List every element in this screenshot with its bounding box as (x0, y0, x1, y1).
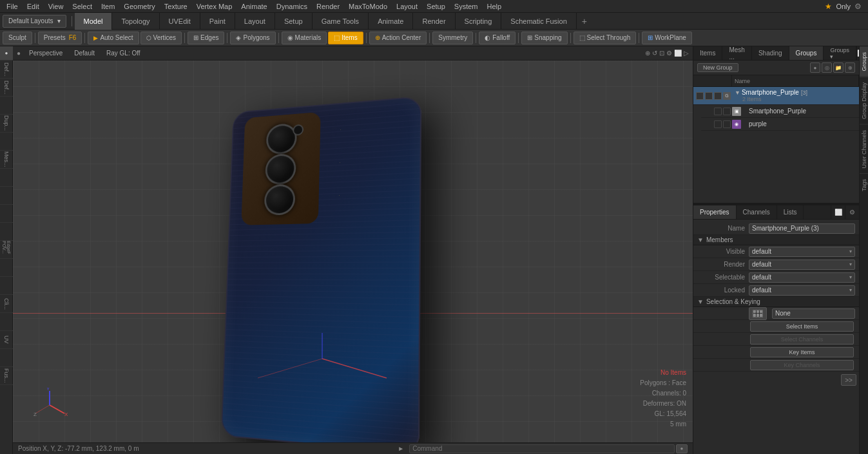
viewport-refresh-icon[interactable]: ↺ (652, 50, 657, 57)
tab-topology[interactable]: Topology (112, 13, 159, 30)
selection-keying-section[interactable]: ▼ Selection & Keying (693, 297, 859, 307)
menu-item-animate[interactable]: Animate (237, 0, 271, 13)
key-channels-button[interactable]: Key Channels (750, 360, 854, 370)
menu-item-select[interactable]: Select (68, 0, 96, 13)
menu-item-vertex-map[interactable]: Vertex Map (193, 0, 236, 13)
symmetry-button[interactable]: Symmetry (432, 32, 473, 44)
add-tab-button[interactable]: + (577, 16, 592, 26)
viewport-style-select[interactable]: Default (71, 49, 98, 57)
tree-icon-btn-3[interactable]: 📁 (833, 62, 844, 73)
tree-icon-btn-1[interactable]: ● (810, 62, 820, 73)
viewport-settings-icon[interactable]: ⚙ (666, 50, 672, 57)
command-input[interactable] (409, 444, 675, 453)
properties-nav-right[interactable]: >> (841, 374, 856, 386)
sidebar-btn-edge[interactable]: EdgeF POV... (0, 241, 13, 259)
tab-animate[interactable]: Animate (369, 13, 413, 30)
right-tab-tags[interactable]: Tags (860, 173, 869, 196)
tree-child-render-icon[interactable] (723, 108, 731, 115)
polygons-button[interactable]: ◈ Polygons (230, 32, 275, 44)
key-items-button[interactable]: Key Items (750, 347, 854, 357)
menu-item-help[interactable]: Help (483, 0, 505, 13)
tab-properties[interactable]: Properties (693, 205, 737, 219)
tab-items[interactable]: Items (693, 46, 722, 60)
tab-setup[interactable]: Setup (275, 13, 313, 30)
prop-selectable-value[interactable]: default ▾ (749, 272, 855, 283)
props-settings-btn[interactable]: ⚙ (845, 205, 859, 219)
gear-icon[interactable]: ⚙ (854, 2, 862, 11)
tab-schematic[interactable]: Schematic Fusion (501, 13, 576, 30)
snapping-button[interactable]: ⊞ Snapping (521, 32, 567, 44)
prop-name-value[interactable]: Smartphone_Purple (3) (749, 223, 855, 234)
prop-visible-value[interactable]: default ▾ (749, 247, 855, 257)
right-tab-user-channels[interactable]: User Channels (860, 124, 869, 174)
action-center-button[interactable]: ⊕ Action Center (369, 32, 427, 44)
menu-item-render[interactable]: Render (313, 0, 343, 13)
members-section[interactable]: ▼ Members (693, 235, 859, 245)
viewport-canvas[interactable]: X Y Z No Items Polygons : Face Channels:… (13, 61, 693, 442)
tab-mesh[interactable]: Mesh ... (722, 46, 751, 60)
menu-item-file[interactable]: File (3, 0, 22, 13)
viewport-expand-icon[interactable]: ⬜ (674, 50, 682, 57)
menu-item-edit[interactable]: Edit (23, 0, 43, 13)
menu-item-geometry[interactable]: Geometry (120, 0, 159, 13)
tree-expand-icon[interactable]: ▼ (735, 90, 740, 96)
tab-uvedit[interactable]: UVEdit (160, 13, 200, 30)
keying-value[interactable]: None (772, 308, 855, 319)
tree-visibility-icon[interactable] (696, 92, 704, 100)
right-tab-groups[interactable]: Groups (860, 46, 869, 77)
viewport-render-select[interactable]: Ray GL: Off (103, 49, 144, 57)
select-items-button[interactable]: Select Items (750, 321, 854, 332)
tree-render-icon[interactable] (705, 92, 713, 100)
tab-layout[interactable]: Layout (235, 13, 275, 30)
tree-child-vis-icon[interactable] (714, 108, 722, 115)
menu-item-system[interactable]: System (450, 0, 482, 13)
viewport-view-select[interactable]: Perspective (26, 49, 66, 57)
materials-button[interactable]: ◉ Materials (282, 32, 327, 44)
sidebar-btn-uv[interactable]: UV (0, 331, 13, 349)
select-through-button[interactable]: ⬚ Select Through (574, 32, 637, 44)
tab-lists[interactable]: Lists (777, 205, 804, 219)
status-bar-run-icon[interactable]: ► (398, 445, 404, 452)
tree-icon-btn-2[interactable]: ◎ (822, 62, 832, 73)
tree-body[interactable]: G ▼ Smartphone_Purple [3] 2 Items ▣ (693, 87, 859, 203)
falloff-button[interactable]: ◐ Falloff (479, 32, 516, 44)
tree-purple-vis-icon[interactable] (714, 120, 722, 128)
tab-groups[interactable]: Groups (789, 46, 824, 60)
edges-button[interactable]: ⊞ Edges (188, 32, 224, 44)
viewport-navigate-icon[interactable]: ⊕ (645, 50, 650, 57)
tree-item-smartphone[interactable]: ▣ Smartphone_Purple (701, 105, 859, 118)
tab-paint[interactable]: Paint (200, 13, 235, 30)
layout-dropdown[interactable]: Default Layouts ▾ (3, 15, 66, 28)
sidebar-btn-def2[interactable]: Def... (0, 79, 13, 97)
tree-item-purple[interactable]: ◉ purple (701, 118, 859, 131)
menu-item-setup[interactable]: Setup (423, 0, 449, 13)
tab-shading[interactable]: Shading (752, 46, 789, 60)
tree-purple-render-icon[interactable] (723, 120, 731, 128)
groups-dropdown[interactable]: Groups ▾ (824, 46, 856, 60)
sidebar-btn-1[interactable]: ● (0, 46, 13, 61)
menu-item-dynamics[interactable]: Dynamics (273, 0, 311, 13)
sidebar-btn-fus[interactable]: Fus... (0, 367, 13, 385)
tab-channels[interactable]: Channels (737, 205, 777, 219)
tab-model[interactable]: Model (75, 13, 113, 30)
sculpt-button[interactable]: Sculpt (3, 32, 32, 44)
command-run-button[interactable]: ● (676, 444, 688, 453)
presets-button[interactable]: Presets F6 (38, 32, 82, 44)
menu-item-view[interactable]: View (44, 0, 68, 13)
tree-icon-btn-4[interactable]: ⊕ (845, 62, 855, 73)
viewport-maximize-icon[interactable]: ▷ (684, 50, 689, 57)
menu-item-texture[interactable]: Texture (160, 0, 191, 13)
new-group-button[interactable]: New Group (697, 63, 738, 72)
tab-game-tools[interactable]: Game Tools (313, 13, 369, 30)
sidebar-btn-def1[interactable]: Def... (0, 61, 13, 79)
props-expand-btn[interactable]: ⬜ (831, 205, 845, 219)
vertices-button[interactable]: ⬡ Vertices (140, 32, 182, 44)
prop-render-value[interactable]: default ▾ (749, 260, 855, 270)
prop-locked-value[interactable]: default ▾ (749, 285, 855, 296)
menu-item-layout[interactable]: Layout (392, 0, 421, 13)
right-tab-group-display[interactable]: Group Display (860, 77, 869, 124)
tree-item-group-root[interactable]: G ▼ Smartphone_Purple [3] 2 Items (693, 87, 859, 105)
sidebar-btn-mesh[interactable]: Mes... (0, 151, 13, 169)
tree-lock-icon[interactable] (714, 92, 722, 100)
sidebar-btn-cli[interactable]: Cli... (0, 295, 13, 313)
